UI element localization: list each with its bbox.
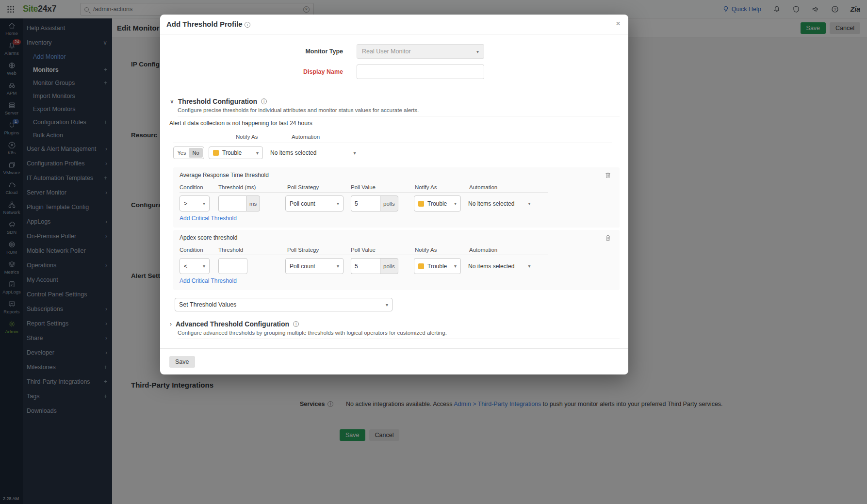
display-name-input[interactable]	[357, 65, 484, 79]
poll-value-input[interactable]	[351, 195, 380, 211]
threshold-input[interactable]	[218, 258, 247, 274]
caret-down-icon: ▾	[476, 49, 479, 54]
trouble-status-swatch	[418, 263, 424, 269]
automation-header: Automation	[469, 247, 497, 253]
caret-down-icon: ▾	[528, 263, 530, 269]
caret-down-icon: ▾	[353, 150, 356, 156]
poll-value-header: Poll Value	[351, 247, 376, 253]
add-critical-threshold-link[interactable]: Add Critical Threshold	[180, 277, 237, 284]
automation-header: Automation	[292, 134, 320, 140]
modal-title: Add Threshold Profile i	[166, 20, 250, 28]
notify-as-header: Notify As	[415, 184, 437, 190]
caret-down-icon: ▾	[203, 263, 205, 269]
trouble-status-swatch	[418, 201, 424, 207]
close-icon[interactable]: ×	[616, 19, 621, 29]
toggle-yes-button[interactable]: Yes	[175, 148, 189, 158]
info-icon: i	[261, 98, 267, 104]
advanced-threshold-title: Advanced Threshold Configuration	[176, 320, 289, 328]
add-threshold-profile-modal: Add Threshold Profile i × Monitor Type R…	[160, 15, 628, 374]
toggle-no-button[interactable]: No	[189, 148, 203, 158]
apdex-threshold-card: Apdex score threshold Condition Threshol…	[173, 230, 620, 290]
poll-strategy-header: Poll Strategy	[287, 247, 319, 253]
caret-down-icon: ▾	[337, 201, 339, 206]
expand-chevron-icon[interactable]: ›	[170, 321, 172, 327]
card-title: Average Response Time threshold	[180, 172, 269, 179]
notify-as-select[interactable]: Trouble ▾	[414, 258, 461, 274]
card-title: Apdex score threshold	[180, 234, 237, 241]
data-collection-toggle: Yes No	[173, 146, 204, 159]
automation-select[interactable]: No items selected ▾	[468, 258, 530, 274]
add-critical-threshold-link[interactable]: Add Critical Threshold	[180, 215, 237, 222]
collapse-chevron-icon[interactable]: ∨	[170, 98, 174, 105]
monitor-type-select[interactable]: Real User Monitor ▾	[357, 44, 484, 59]
caret-down-icon: ▾	[528, 201, 530, 206]
caret-down-icon: ▾	[203, 201, 205, 206]
caret-down-icon: ▾	[454, 263, 457, 269]
poll-strategy-header: Poll Strategy	[287, 184, 319, 190]
threshold-configuration-title: Threshold Configuration	[178, 98, 257, 105]
caret-down-icon: ▾	[386, 302, 388, 308]
automation-select[interactable]: No items selected ▾	[468, 195, 530, 211]
delete-trash-icon[interactable]	[605, 172, 611, 180]
poll-value-header: Poll Value	[351, 184, 376, 190]
set-threshold-values-select[interactable]: Set Threshold Values ▾	[175, 298, 393, 311]
monitor-type-label: Monitor Type	[160, 44, 343, 59]
caret-down-icon: ▾	[337, 263, 339, 269]
poll-strategy-select[interactable]: Poll count ▾	[285, 195, 344, 211]
avg-response-threshold-card: Average Response Time threshold Conditio…	[173, 167, 620, 228]
unit-suffix: polls	[380, 258, 398, 274]
condition-select[interactable]: > ▾	[180, 195, 210, 211]
delete-trash-icon[interactable]	[605, 234, 611, 243]
automation-header: Automation	[469, 184, 497, 190]
threshold-header: Threshold (ms)	[218, 184, 256, 190]
condition-header: Condition	[180, 247, 203, 253]
poll-value-input[interactable]	[351, 258, 380, 274]
unit-suffix: polls	[380, 195, 398, 211]
modal-save-button[interactable]: Save	[169, 356, 195, 368]
trouble-status-swatch	[213, 150, 219, 156]
notify-as-header: Notify As	[236, 134, 258, 140]
poll-strategy-select[interactable]: Poll count ▾	[285, 258, 344, 274]
threshold-input[interactable]	[218, 195, 246, 211]
unit-suffix: ms	[246, 195, 260, 211]
data-collection-alert-label: Alert if data collection is not happenin…	[169, 120, 312, 127]
threshold-configuration-subtitle: Configure precise thresholds for individ…	[178, 107, 419, 113]
display-name-label: Display Name	[160, 65, 343, 79]
notify-as-select[interactable]: Trouble ▾	[414, 195, 461, 211]
condition-select[interactable]: < ▾	[180, 258, 210, 274]
caret-down-icon: ▾	[454, 201, 457, 206]
notify-as-header: Notify As	[415, 247, 437, 253]
info-icon: i	[293, 321, 299, 327]
automation-select[interactable]: No items selected ▾	[270, 146, 356, 159]
threshold-header: Threshold	[218, 247, 243, 253]
advanced-threshold-subtitle: Configure advanced thresholds by groupin…	[178, 330, 447, 336]
caret-down-icon: ▾	[256, 150, 259, 156]
info-icon: i	[245, 22, 250, 28]
condition-header: Condition	[180, 184, 203, 190]
notify-as-select[interactable]: Trouble ▾	[209, 146, 263, 159]
